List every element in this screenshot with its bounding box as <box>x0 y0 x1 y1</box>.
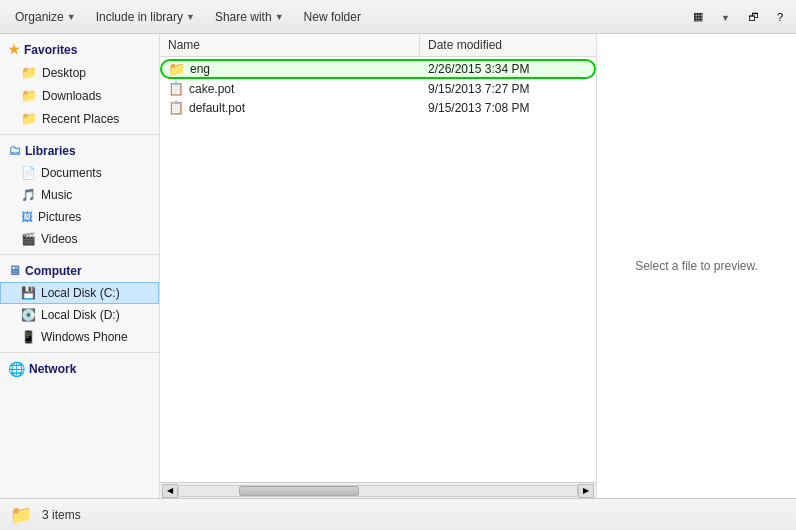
include-library-chevron: ▼ <box>186 12 195 22</box>
favorites-section: ★ Favorites 📁 Desktop 📁 Downloads 📁 Rece… <box>0 38 159 130</box>
network-section: 🌐 Network <box>0 357 159 381</box>
name-column-label: Name <box>168 38 200 52</box>
libraries-header[interactable]: 🗂 Libraries <box>0 139 159 162</box>
name-column-header[interactable]: Name <box>160 34 420 56</box>
sidebar-item-downloads-label: Downloads <box>42 89 101 103</box>
new-folder-button[interactable]: New folder <box>295 6 370 28</box>
computer-label: Computer <box>25 264 82 278</box>
file-label-cake-pot: cake.pot <box>189 82 234 96</box>
toolbar: Organize ▼ Include in library ▼ Share wi… <box>0 0 796 34</box>
file-list: 📁 eng 2/26/2015 3:34 PM 📋 cake.pot 9/15/… <box>160 57 596 482</box>
sidebar-item-recent-places-label: Recent Places <box>42 112 119 126</box>
file-name-eng: 📁 eng <box>164 61 420 77</box>
file-name-default-pot: 📋 default.pot <box>164 100 420 115</box>
view-dropdown-chevron: ▼ <box>721 13 730 23</box>
new-folder-label: New folder <box>304 10 361 24</box>
file-item-eng[interactable]: 📁 eng 2/26/2015 3:34 PM <box>160 59 596 79</box>
sidebar-item-pictures[interactable]: 🖼 Pictures <box>0 206 159 228</box>
status-count: 3 items <box>42 508 81 522</box>
horizontal-scrollbar[interactable]: ◀ ▶ <box>160 482 596 498</box>
network-icon: 🌐 <box>8 361 25 377</box>
libraries-section: 🗂 Libraries 📄 Documents 🎵 Music 🖼 Pictur… <box>0 139 159 250</box>
preview-message: Select a file to preview. <box>635 259 758 273</box>
file-date-cake-pot: 9/15/2013 7:27 PM <box>420 82 592 96</box>
sidebar-item-music[interactable]: 🎵 Music <box>0 184 159 206</box>
downloads-folder-icon: 📁 <box>21 88 37 103</box>
computer-header[interactable]: 🖥 Computer <box>0 259 159 282</box>
scroll-thumb[interactable] <box>239 486 359 496</box>
local-disk-d-icon: 💽 <box>21 308 36 322</box>
favorites-star-icon: ★ <box>8 42 20 57</box>
documents-icon: 📄 <box>21 166 36 180</box>
file-item-cake-pot[interactable]: 📋 cake.pot 9/15/2013 7:27 PM <box>160 79 596 98</box>
sidebar-item-videos[interactable]: 🎬 Videos <box>0 228 159 250</box>
share-with-button[interactable]: Share with ▼ <box>206 6 293 28</box>
organize-chevron: ▼ <box>67 12 76 22</box>
sidebar-item-local-disk-c-label: Local Disk (C:) <box>41 286 120 300</box>
libraries-icon: 🗂 <box>8 143 21 158</box>
organize-button[interactable]: Organize ▼ <box>6 6 85 28</box>
toolbar-right: ▦ ▼ 🗗 ? <box>686 6 790 27</box>
sidebar-item-desktop-label: Desktop <box>42 66 86 80</box>
sidebar-item-windows-phone-label: Windows Phone <box>41 330 128 344</box>
scroll-right-arrow[interactable]: ▶ <box>578 484 594 498</box>
window-button[interactable]: 🗗 <box>741 7 766 27</box>
status-folder-icon: 📁 <box>10 504 32 526</box>
scroll-track[interactable] <box>178 485 578 497</box>
help-icon: ? <box>777 11 783 23</box>
favorites-header[interactable]: ★ Favorites <box>0 38 159 61</box>
libraries-label: Libraries <box>25 144 76 158</box>
sidebar-item-downloads[interactable]: 📁 Downloads <box>0 84 159 107</box>
sidebar-item-documents[interactable]: 📄 Documents <box>0 162 159 184</box>
sidebar-item-music-label: Music <box>41 188 72 202</box>
sidebar-item-videos-label: Videos <box>41 232 77 246</box>
sidebar-divider-3 <box>0 352 159 353</box>
sidebar-item-recent-places[interactable]: 📁 Recent Places <box>0 107 159 130</box>
folder-icon-eng: 📁 <box>168 61 185 77</box>
videos-icon: 🎬 <box>21 232 36 246</box>
include-library-label: Include in library <box>96 10 183 24</box>
include-library-button[interactable]: Include in library ▼ <box>87 6 204 28</box>
view-dropdown-button[interactable]: ▼ <box>714 7 737 27</box>
sidebar-item-windows-phone[interactable]: 📱 Windows Phone <box>0 326 159 348</box>
file-label-default-pot: default.pot <box>189 101 245 115</box>
sidebar-item-documents-label: Documents <box>41 166 102 180</box>
file-item-default-pot[interactable]: 📋 default.pot 9/15/2013 7:08 PM <box>160 98 596 117</box>
sidebar: ★ Favorites 📁 Desktop 📁 Downloads 📁 Rece… <box>0 34 160 498</box>
organize-label: Organize <box>15 10 64 24</box>
local-disk-c-icon: 💾 <box>21 286 36 300</box>
pictures-icon: 🖼 <box>21 210 33 224</box>
sidebar-item-desktop[interactable]: 📁 Desktop <box>0 61 159 84</box>
sidebar-item-local-disk-d[interactable]: 💽 Local Disk (D:) <box>0 304 159 326</box>
file-label-eng: eng <box>190 62 210 76</box>
status-bar: 📁 3 items <box>0 498 796 530</box>
column-headers: Name Date modified <box>160 34 596 57</box>
recent-places-folder-icon: 📁 <box>21 111 37 126</box>
date-column-label: Date modified <box>428 38 502 52</box>
computer-icon: 🖥 <box>8 263 21 278</box>
sidebar-item-pictures-label: Pictures <box>38 210 81 224</box>
share-with-label: Share with <box>215 10 272 24</box>
file-date-default-pot: 9/15/2013 7:08 PM <box>420 101 592 115</box>
computer-section: 🖥 Computer 💾 Local Disk (C:) 💽 Local Dis… <box>0 259 159 348</box>
network-header[interactable]: 🌐 Network <box>0 357 159 381</box>
window-icon: 🗗 <box>748 11 759 23</box>
windows-phone-icon: 📱 <box>21 330 36 344</box>
sidebar-item-local-disk-d-label: Local Disk (D:) <box>41 308 120 322</box>
scroll-left-arrow[interactable]: ◀ <box>162 484 178 498</box>
help-button[interactable]: ? <box>770 7 790 27</box>
file-date-eng: 2/26/2015 3:34 PM <box>420 62 592 76</box>
date-column-header[interactable]: Date modified <box>420 34 596 56</box>
file-icon-default-pot: 📋 <box>168 100 184 115</box>
sidebar-divider-2 <box>0 254 159 255</box>
favorites-label: Favorites <box>24 43 77 57</box>
sidebar-item-local-disk-c[interactable]: 💾 Local Disk (C:) <box>0 282 159 304</box>
file-name-cake-pot: 📋 cake.pot <box>164 81 420 96</box>
sidebar-divider-1 <box>0 134 159 135</box>
view-grid-icon: ▦ <box>693 10 703 22</box>
view-toggle-button[interactable]: ▦ <box>686 6 710 27</box>
preview-panel: Select a file to preview. <box>596 34 796 498</box>
share-with-chevron: ▼ <box>275 12 284 22</box>
content-area: Name Date modified 📁 eng 2/26/2015 3:34 … <box>160 34 596 498</box>
desktop-folder-icon: 📁 <box>21 65 37 80</box>
